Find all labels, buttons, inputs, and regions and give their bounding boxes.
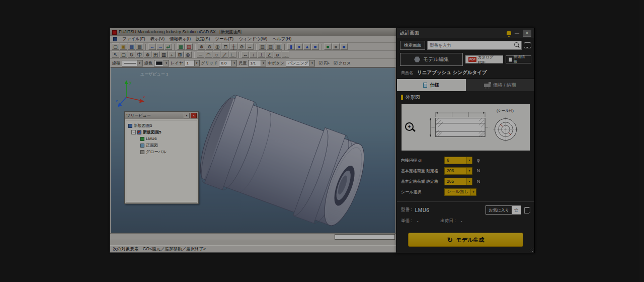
tree-palette-titlebar[interactable]: ツリービュー ▲ ×: [125, 112, 198, 119]
menu-info-display[interactable]: 情報表示(I): [170, 36, 191, 42]
center-snap-icon[interactable]: 中: [136, 51, 143, 58]
expander-icon[interactable]: −: [131, 130, 136, 134]
print-icon[interactable]: ▤: [136, 43, 143, 50]
icad-window[interactable]: FUJITSU Manufacturing Industry Solution …: [110, 28, 396, 253]
scale-select[interactable]: 1/1 ▼: [248, 60, 266, 66]
cross-snap-icon[interactable]: ＋: [168, 51, 176, 58]
zoom-drawing-icon[interactable]: [404, 121, 416, 133]
solid-cone-icon[interactable]: ▲: [303, 43, 311, 50]
zoom-in-icon[interactable]: ⊕: [198, 43, 205, 50]
parts-database-icon[interactable]: ▦: [177, 43, 185, 50]
inner-diameter-select[interactable]: 6 ▼: [444, 157, 472, 164]
panel-titlebar[interactable]: 設計画面 — ×: [397, 28, 534, 38]
select-region-icon[interactable]: ▢: [120, 51, 127, 58]
tab-price-delivery[interactable]: 価格 / 納期: [466, 79, 535, 91]
boxed-plus-icon[interactable]: ⊞: [176, 51, 184, 58]
pan-icon[interactable]: ┼: [230, 43, 237, 50]
single-view-icon[interactable]: ▥: [267, 43, 274, 50]
undo-icon[interactable]: ←: [148, 43, 156, 50]
menu-help[interactable]: ヘルプ(H): [272, 36, 291, 42]
target-snap-icon[interactable]: ◎: [184, 51, 192, 58]
viewport[interactable]: ユーザビュー 1 y x z: [111, 67, 395, 233]
comment-icon[interactable]: [524, 42, 531, 48]
grid-snap-icon[interactable]: 田: [152, 51, 159, 58]
diameter-dim-icon[interactable]: ⌀: [274, 51, 281, 58]
part-gray-icon[interactable]: ■: [332, 43, 340, 50]
circle-tool-icon[interactable]: ○: [213, 51, 220, 58]
solid-box-icon[interactable]: ■: [311, 43, 319, 50]
tree-item-part[interactable]: LMU6: [127, 135, 196, 142]
print-preview-icon[interactable]: ▤: [275, 43, 282, 50]
zoom-fit-icon[interactable]: ⊡: [222, 43, 229, 50]
menu-file[interactable]: ファイル(F): [122, 36, 145, 42]
part-green-icon[interactable]: ■: [324, 43, 332, 50]
menu-settings[interactable]: 設定(S): [196, 36, 210, 42]
line-type-select[interactable]: ▼: [122, 60, 143, 66]
line-tool-icon[interactable]: ─: [197, 51, 204, 58]
tech-info-button[interactable]: 技術情報: [506, 55, 531, 63]
new-drawing-icon[interactable]: ▢: [112, 43, 119, 50]
plus-snap-icon[interactable]: ⊕: [144, 51, 151, 58]
angle-dim-icon[interactable]: ∠: [266, 51, 273, 58]
tab-spec[interactable]: 仕様: [397, 79, 466, 91]
tree-item-front-view[interactable]: 正面図: [127, 142, 196, 149]
dim-vertical-icon[interactable]: ↕: [250, 51, 257, 58]
dim-horizontal-icon[interactable]: ↔: [242, 51, 249, 58]
part-number-input[interactable]: [428, 43, 513, 48]
command-input[interactable]: [335, 234, 395, 240]
slash-line-icon[interactable]: ／: [221, 51, 228, 58]
zoom-window-icon[interactable]: ◎: [214, 43, 221, 50]
grid-select[interactable]: 0.0 ▼: [219, 60, 237, 66]
seal-select[interactable]: シール無し ▼: [444, 188, 476, 196]
menu-view[interactable]: 表示(V): [150, 36, 165, 42]
circle-plus-checkbox[interactable]: ☑ 円+: [318, 60, 330, 66]
part-blue-icon[interactable]: ■: [340, 43, 348, 50]
redo-icon[interactable]: →: [156, 43, 164, 50]
search-screen-button[interactable]: 検索画面: [400, 41, 425, 50]
minimize-icon[interactable]: —: [515, 31, 519, 36]
catalog-pdf-button[interactable]: PDF カタログPDF: [465, 55, 503, 63]
arc-tool-icon[interactable]: ◠: [205, 51, 212, 58]
select-arrow-icon[interactable]: ↖: [112, 51, 119, 58]
cad-titlebar[interactable]: FUJITSU Manufacturing Industry Solution …: [110, 28, 396, 36]
save-icon[interactable]: ▦: [128, 43, 135, 50]
collapse-icon[interactable]: ▲: [184, 113, 190, 118]
tree-view-palette[interactable]: ツリービュー ▲ × 新規図面5 − 新規図面5 LMU6: [124, 111, 199, 204]
model-generate-button[interactable]: ↻ モデル生成: [408, 233, 523, 247]
multi-view-icon[interactable]: ▥: [259, 43, 266, 50]
tree-item-drawing-root[interactable]: 新規図面5: [127, 122, 196, 129]
system-menu-icon[interactable]: [113, 37, 117, 41]
mid-button-select[interactable]: パンニング ▼: [286, 60, 315, 66]
more-tools-icon[interactable]: …: [282, 51, 289, 58]
tree-item-global[interactable]: グローバル: [127, 149, 196, 155]
corner-tool-icon[interactable]: ∟: [229, 51, 236, 58]
design-panel[interactable]: 設計画面 — × 検索画面 モデル編集 PDF カタログPDF 技術情報 商品名…: [396, 28, 535, 253]
dynamic-load-select[interactable]: 206 ▼: [444, 167, 472, 175]
search-icon[interactable]: [513, 42, 520, 49]
half-view-icon[interactable]: ▥: [160, 51, 168, 58]
static-load-select[interactable]: 265 ▼: [444, 178, 472, 185]
view-history-icon[interactable]: ⇄: [165, 43, 172, 50]
pod-icon[interactable]: ▨: [185, 43, 193, 50]
menu-tools[interactable]: ツール(T): [215, 36, 233, 42]
notification-bell-icon[interactable]: [507, 31, 511, 35]
perpendicular-icon[interactable]: ⊥: [258, 51, 265, 58]
cross-checkbox[interactable]: ☑ クロス: [334, 60, 351, 66]
zoom-cancel-icon[interactable]: ⊘: [238, 43, 246, 50]
layer-select[interactable]: 1 ▼: [185, 60, 200, 66]
solid-sphere-icon[interactable]: ●: [295, 43, 303, 50]
favorite-button[interactable]: お気に入り ☆: [486, 205, 521, 215]
solid-cylinder-icon[interactable]: ▮: [287, 43, 295, 50]
open-drawing-icon[interactable]: ▣: [120, 43, 127, 50]
tree-item-assembly[interactable]: − 新規図面5: [127, 129, 196, 135]
zoom-out-icon[interactable]: ⊖: [206, 43, 213, 50]
rotate-view-icon[interactable]: ↻: [128, 51, 135, 58]
model-edit-button[interactable]: モデル編集: [400, 53, 463, 66]
close-icon[interactable]: ×: [191, 113, 197, 118]
resize-grip[interactable]: [529, 248, 533, 252]
line-color-select[interactable]: ▼: [154, 60, 169, 66]
copy-icon[interactable]: [524, 207, 530, 214]
menu-window[interactable]: ウィンドウ(W): [238, 36, 267, 42]
fit-width-icon[interactable]: ↔: [246, 43, 254, 50]
close-icon[interactable]: ×: [523, 30, 531, 37]
